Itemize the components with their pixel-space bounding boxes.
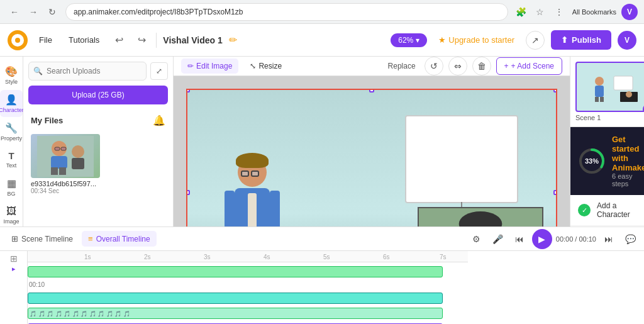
mark-6s: 6s	[383, 254, 390, 260]
bookmarks-label[interactable]: All Bookmarks	[570, 4, 619, 20]
handle-tl[interactable]	[186, 89, 190, 92]
upgrade-button[interactable]: ★ Upgrade to starter	[433, 33, 519, 47]
file-duration: 00:34 Sec	[31, 187, 100, 194]
browser-nav: ← → ↻	[6, 4, 60, 20]
search-input[interactable]	[28, 62, 147, 81]
files-section-title: My Files 🔔	[23, 109, 173, 129]
gs-item-add-character[interactable]: ✓ Add a Character ›	[570, 195, 644, 226]
scene-timeline-icon: ⊞	[11, 234, 18, 243]
user-avatar[interactable]: V	[618, 31, 636, 50]
track-audio	[28, 321, 468, 324]
gs-header: 33% Get started with Animaker 6 easy ste…	[570, 127, 644, 195]
file-name: e9331d4db615f597...	[31, 180, 100, 187]
overlay-video[interactable]: ✕	[418, 207, 543, 226]
file-thumb-image	[31, 134, 100, 178]
address-bar[interactable]: app.animaker.com/editproject/I8b3PTpTDsx…	[65, 3, 508, 21]
svg-rect-8	[72, 158, 84, 169]
timeline-controls: ⚙ 🎤 ⏮ ▶ 00:00 / 00:10 ⏭ 💬	[468, 229, 639, 249]
canvas-frame[interactable]: Vishal Shembekar	[186, 89, 557, 226]
tl-icon-1[interactable]: ⊞	[10, 254, 18, 264]
handle-tr[interactable]	[553, 89, 557, 92]
clip-teal-1[interactable]	[28, 293, 443, 304]
captions-btn[interactable]: 💬	[621, 230, 639, 248]
clip-teal-2[interactable]: 🎵 🎵 🎵 🎵 🎵 🎵 🎵 🎵 🎵 🎵 🎵 🎵	[28, 308, 443, 319]
play-button[interactable]: ▶	[532, 229, 552, 249]
tl-icon-2[interactable]: ▸	[12, 265, 16, 273]
canvas-area: ✏ Edit Image ⤡ Resize Replace ↺ ⇔ 🗑 + + …	[174, 57, 570, 226]
star-icon[interactable]: ☆	[532, 4, 548, 20]
file-thumbnail[interactable]: e9331d4db615f597... 00:34 Sec	[31, 134, 100, 194]
skip-start-btn[interactable]: ⏮	[511, 230, 528, 248]
file-menu[interactable]: File	[34, 33, 57, 47]
canvas-character[interactable]	[235, 158, 270, 226]
scene-timeline-tab[interactable]: ⊞ Scene Timeline	[5, 231, 79, 247]
svg-rect-5	[55, 147, 60, 150]
undo-button[interactable]: ↩	[111, 32, 127, 48]
upload-button[interactable]: Upload (25 GB)	[28, 86, 168, 104]
char-arm-left	[225, 191, 235, 226]
refresh-button[interactable]: ↻	[44, 4, 60, 20]
mark-7s: 7s	[440, 254, 447, 260]
handle-mr[interactable]	[553, 190, 557, 195]
my-files-label: My Files	[31, 116, 63, 125]
timeline-area: ⊞ Scene Timeline ≡ Overall Timeline ⚙ 🎤 …	[0, 226, 644, 324]
sidebar-item-bg[interactable]: ▦ BG	[0, 174, 23, 201]
tutorials-menu[interactable]: Tutorials	[64, 33, 104, 47]
scene-container: + Scene 1	[575, 62, 644, 121]
expand-button[interactable]: ⤢	[150, 62, 168, 80]
svg-rect-4	[59, 167, 66, 175]
property-icon: 🔧	[5, 122, 18, 134]
sidebar-item-property[interactable]: 🔧 Property	[0, 118, 23, 145]
gs-items: ✓ Add a Character › ✓ Choose Action & Ex…	[570, 195, 644, 226]
mic-btn[interactable]: 🎤	[489, 230, 507, 248]
gs-title-wrap: Get started with Animaker 6 easy steps	[612, 135, 644, 187]
project-title: Vishal Video 1	[163, 35, 222, 45]
char-body	[235, 188, 270, 226]
handle-tc[interactable]	[369, 89, 374, 92]
forward-button[interactable]: →	[25, 4, 42, 20]
files-panel-header: 🔍 ⤢ Upload (25 GB)	[23, 57, 173, 109]
extensions-icon[interactable]: 🧩	[513, 4, 530, 20]
canvas-viewport[interactable]: Vishal Shembekar	[174, 76, 570, 226]
edit-title-icon[interactable]: ✏	[229, 34, 237, 46]
sidebar-label-character: Character	[0, 107, 24, 113]
share-button[interactable]: ↗	[526, 31, 545, 50]
svg-rect-19	[595, 86, 604, 97]
search-wrap: 🔍	[28, 62, 147, 81]
mark-4s: 4s	[264, 254, 270, 260]
edit-image-button[interactable]: ✏ Edit Image	[181, 59, 238, 74]
back-button[interactable]: ←	[6, 4, 23, 20]
svg-point-24	[626, 91, 632, 98]
clip-main-green[interactable]	[28, 266, 443, 277]
sidebar-label-image: Image	[3, 218, 19, 225]
reset-button[interactable]: ↺	[425, 57, 443, 75]
flip-button[interactable]: ⇔	[448, 57, 467, 75]
timeline-left: ⊞ ▸	[0, 251, 28, 324]
handle-ml[interactable]	[186, 190, 190, 195]
track-teal-1	[28, 291, 468, 305]
sidebar-item-character[interactable]: 👤 Character	[0, 90, 23, 117]
redo-button[interactable]: ↪	[133, 32, 150, 48]
timeline-right[interactable]: 1s 2s 3s 4s 5s 6s 7s	[28, 251, 644, 324]
overall-timeline-tab[interactable]: ≡ Overall Timeline	[82, 231, 157, 247]
zoom-control[interactable]: 62% ▾	[391, 33, 427, 47]
resize-button[interactable]: ⤡ Resize	[243, 59, 288, 74]
delete-button[interactable]: 🗑	[472, 57, 491, 75]
sidebar-item-text[interactable]: T Text	[0, 147, 23, 172]
app-container: File Tutorials ↩ ↪ Vishal Video 1 ✏ 62% …	[0, 24, 644, 324]
add-scene-button[interactable]: + + Add Scene	[496, 57, 562, 75]
publish-button[interactable]: ⬆ Publish	[551, 30, 611, 50]
scene-1-thumb[interactable]: +	[575, 62, 644, 112]
gs-subtitle: 6 easy steps	[612, 172, 644, 187]
skip-end-btn[interactable]: ⏭	[600, 230, 618, 248]
getting-started-panel: 33% Get started with Animaker 6 easy ste…	[570, 127, 644, 226]
left-sidebar: 🎨 Style 👤 Character 🔧 Property T Text ▦ …	[0, 57, 23, 226]
more-icon[interactable]: ⋮	[551, 4, 567, 20]
sidebar-item-image[interactable]: 🖼 Image	[0, 202, 23, 226]
logo-button[interactable]	[8, 30, 28, 50]
settings-timeline-btn[interactable]: ⚙	[468, 230, 486, 248]
browser-avatar: V	[621, 4, 638, 20]
sidebar-item-style[interactable]: 🎨 Style	[0, 62, 23, 89]
logo-inner	[11, 34, 24, 47]
gs-progress-circle: 33%	[578, 147, 606, 175]
